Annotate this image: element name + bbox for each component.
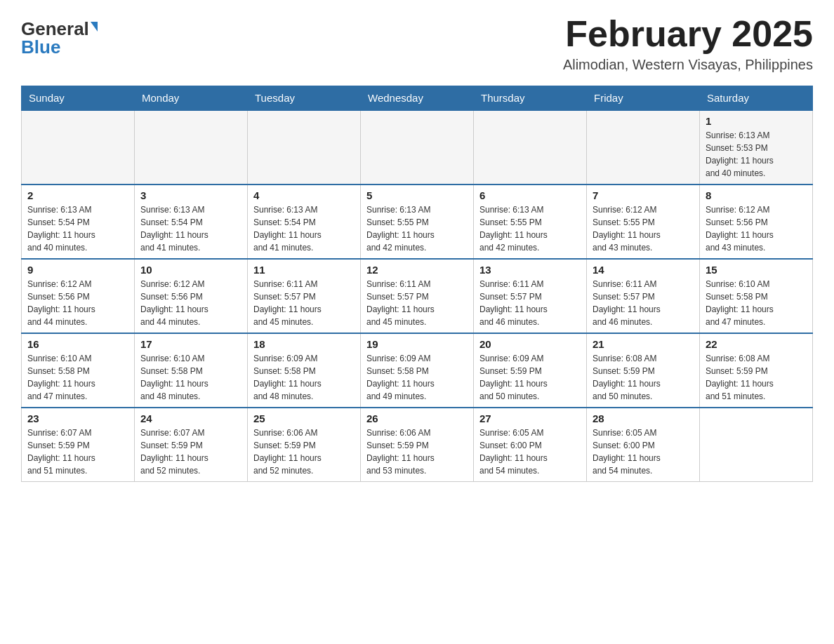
day-number: 17 — [140, 338, 241, 350]
calendar-cell — [22, 110, 135, 185]
day-number: 21 — [593, 338, 694, 350]
day-number: 23 — [27, 412, 128, 424]
day-info: Sunrise: 6:09 AMSunset: 5:58 PMDaylight:… — [253, 352, 355, 403]
calendar-cell: 11Sunrise: 6:11 AMSunset: 5:57 PMDayligh… — [248, 259, 361, 333]
day-info: Sunrise: 6:11 AMSunset: 5:57 PMDaylight:… — [593, 278, 694, 328]
day-header-tuesday: Tuesday — [248, 86, 361, 111]
day-info: Sunrise: 6:05 AMSunset: 6:00 PMDaylight:… — [479, 427, 581, 477]
day-number: 14 — [593, 264, 694, 276]
day-header-monday: Monday — [135, 86, 248, 111]
day-info: Sunrise: 6:08 AMSunset: 5:59 PMDaylight:… — [706, 352, 807, 403]
day-info: Sunrise: 6:11 AMSunset: 5:57 PMDaylight:… — [366, 278, 468, 328]
calendar-cell — [700, 408, 813, 482]
calendar-week-1: 1Sunrise: 6:13 AMSunset: 5:53 PMDaylight… — [22, 110, 813, 185]
calendar-cell: 19Sunrise: 6:09 AMSunset: 5:58 PMDayligh… — [361, 333, 474, 408]
logo-blue: Blue — [21, 38, 60, 56]
day-number: 6 — [479, 189, 581, 201]
day-number: 19 — [366, 338, 468, 350]
calendar-cell: 9Sunrise: 6:12 AMSunset: 5:56 PMDaylight… — [22, 259, 135, 333]
calendar-header-row: SundayMondayTuesdayWednesdayThursdayFrid… — [22, 86, 813, 111]
day-header-saturday: Saturday — [700, 86, 813, 111]
day-info: Sunrise: 6:12 AMSunset: 5:56 PMDaylight:… — [140, 278, 241, 328]
page-header: General Blue February 2025 Alimodian, We… — [21, 14, 813, 73]
day-number: 8 — [706, 189, 807, 201]
day-info: Sunrise: 6:07 AMSunset: 5:59 PMDaylight:… — [140, 427, 241, 477]
day-number: 10 — [140, 264, 241, 276]
calendar-cell: 3Sunrise: 6:13 AMSunset: 5:54 PMDaylight… — [135, 185, 248, 259]
calendar-cell: 21Sunrise: 6:08 AMSunset: 5:59 PMDayligh… — [587, 333, 700, 408]
calendar-cell — [361, 110, 474, 185]
calendar-cell: 2Sunrise: 6:13 AMSunset: 5:54 PMDaylight… — [22, 185, 135, 259]
day-number: 25 — [253, 412, 355, 424]
day-number: 27 — [479, 412, 581, 424]
calendar-cell: 28Sunrise: 6:05 AMSunset: 6:00 PMDayligh… — [587, 408, 700, 482]
calendar-cell: 10Sunrise: 6:12 AMSunset: 5:56 PMDayligh… — [135, 259, 248, 333]
day-number: 1 — [706, 115, 807, 127]
day-info: Sunrise: 6:10 AMSunset: 5:58 PMDaylight:… — [140, 352, 241, 403]
calendar-cell: 20Sunrise: 6:09 AMSunset: 5:59 PMDayligh… — [474, 333, 587, 408]
day-info: Sunrise: 6:13 AMSunset: 5:54 PMDaylight:… — [27, 203, 128, 254]
calendar-cell — [587, 110, 700, 185]
day-number: 3 — [140, 189, 241, 201]
calendar-table: SundayMondayTuesdayWednesdayThursdayFrid… — [21, 86, 813, 482]
day-number: 2 — [27, 189, 128, 201]
day-number: 20 — [479, 338, 581, 350]
day-number: 28 — [593, 412, 694, 424]
day-number: 9 — [27, 264, 128, 276]
day-number: 13 — [479, 264, 581, 276]
day-number: 4 — [253, 189, 355, 201]
day-info: Sunrise: 6:12 AMSunset: 5:56 PMDaylight:… — [706, 203, 807, 254]
day-info: Sunrise: 6:06 AMSunset: 5:59 PMDaylight:… — [366, 427, 468, 477]
day-info: Sunrise: 6:13 AMSunset: 5:53 PMDaylight:… — [706, 129, 807, 180]
day-number: 5 — [366, 189, 468, 201]
day-info: Sunrise: 6:13 AMSunset: 5:54 PMDaylight:… — [140, 203, 241, 254]
calendar-cell: 16Sunrise: 6:10 AMSunset: 5:58 PMDayligh… — [22, 333, 135, 408]
calendar-cell: 25Sunrise: 6:06 AMSunset: 5:59 PMDayligh… — [248, 408, 361, 482]
calendar-cell: 12Sunrise: 6:11 AMSunset: 5:57 PMDayligh… — [361, 259, 474, 333]
day-info: Sunrise: 6:08 AMSunset: 5:59 PMDaylight:… — [593, 352, 694, 403]
day-info: Sunrise: 6:10 AMSunset: 5:58 PMDaylight:… — [27, 352, 128, 403]
day-header-thursday: Thursday — [474, 86, 587, 111]
day-info: Sunrise: 6:09 AMSunset: 5:59 PMDaylight:… — [479, 352, 581, 403]
day-info: Sunrise: 6:10 AMSunset: 5:58 PMDaylight:… — [706, 278, 807, 328]
calendar-week-5: 23Sunrise: 6:07 AMSunset: 5:59 PMDayligh… — [22, 408, 813, 482]
day-info: Sunrise: 6:05 AMSunset: 6:00 PMDaylight:… — [593, 427, 694, 477]
logo-arrow-icon — [91, 22, 98, 32]
day-info: Sunrise: 6:13 AMSunset: 5:55 PMDaylight:… — [479, 203, 581, 254]
calendar-cell: 6Sunrise: 6:13 AMSunset: 5:55 PMDaylight… — [474, 185, 587, 259]
calendar-cell: 24Sunrise: 6:07 AMSunset: 5:59 PMDayligh… — [135, 408, 248, 482]
calendar-cell: 18Sunrise: 6:09 AMSunset: 5:58 PMDayligh… — [248, 333, 361, 408]
calendar-cell: 14Sunrise: 6:11 AMSunset: 5:57 PMDayligh… — [587, 259, 700, 333]
day-info: Sunrise: 6:11 AMSunset: 5:57 PMDaylight:… — [253, 278, 355, 328]
day-header-sunday: Sunday — [22, 86, 135, 111]
day-info: Sunrise: 6:11 AMSunset: 5:57 PMDaylight:… — [479, 278, 581, 328]
calendar-cell — [135, 110, 248, 185]
month-title: February 2025 — [563, 14, 813, 54]
day-number: 7 — [593, 189, 694, 201]
calendar-cell: 23Sunrise: 6:07 AMSunset: 5:59 PMDayligh… — [22, 408, 135, 482]
calendar-cell — [248, 110, 361, 185]
day-number: 26 — [366, 412, 468, 424]
calendar-cell: 26Sunrise: 6:06 AMSunset: 5:59 PMDayligh… — [361, 408, 474, 482]
day-number: 11 — [253, 264, 355, 276]
day-number: 22 — [706, 338, 807, 350]
day-number: 12 — [366, 264, 468, 276]
day-info: Sunrise: 6:12 AMSunset: 5:56 PMDaylight:… — [27, 278, 128, 328]
day-info: Sunrise: 6:09 AMSunset: 5:58 PMDaylight:… — [366, 352, 468, 403]
day-info: Sunrise: 6:12 AMSunset: 5:55 PMDaylight:… — [593, 203, 694, 254]
day-number: 16 — [27, 338, 128, 350]
calendar-cell: 5Sunrise: 6:13 AMSunset: 5:55 PMDaylight… — [361, 185, 474, 259]
day-info: Sunrise: 6:13 AMSunset: 5:54 PMDaylight:… — [253, 203, 355, 254]
calendar-cell: 17Sunrise: 6:10 AMSunset: 5:58 PMDayligh… — [135, 333, 248, 408]
calendar-cell: 15Sunrise: 6:10 AMSunset: 5:58 PMDayligh… — [700, 259, 813, 333]
calendar-cell: 1Sunrise: 6:13 AMSunset: 5:53 PMDaylight… — [700, 110, 813, 185]
calendar-week-4: 16Sunrise: 6:10 AMSunset: 5:58 PMDayligh… — [22, 333, 813, 408]
day-number: 15 — [706, 264, 807, 276]
location-title: Alimodian, Western Visayas, Philippines — [563, 57, 813, 73]
calendar-week-3: 9Sunrise: 6:12 AMSunset: 5:56 PMDaylight… — [22, 259, 813, 333]
day-info: Sunrise: 6:07 AMSunset: 5:59 PMDaylight:… — [27, 427, 128, 477]
day-info: Sunrise: 6:06 AMSunset: 5:59 PMDaylight:… — [253, 427, 355, 477]
calendar-cell: 22Sunrise: 6:08 AMSunset: 5:59 PMDayligh… — [700, 333, 813, 408]
calendar-cell: 27Sunrise: 6:05 AMSunset: 6:00 PMDayligh… — [474, 408, 587, 482]
day-number: 18 — [253, 338, 355, 350]
